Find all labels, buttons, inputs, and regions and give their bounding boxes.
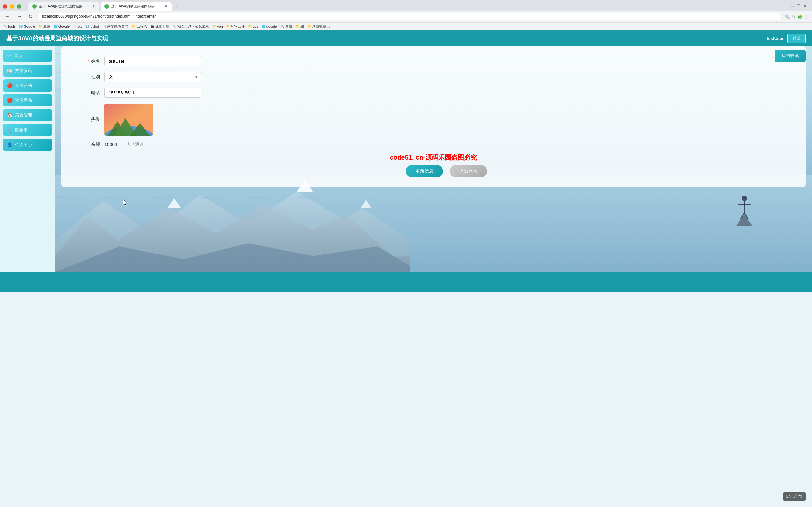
action-buttons: 更新信息 退出登录	[74, 165, 793, 177]
products-icon: 🔴	[7, 98, 13, 103]
main-container: ☆ 首页 📰 文章资讯 🔴 动漫活动 🔴 动漫商品 🏠 后台管理 🛒 购物车 👤…	[0, 47, 812, 272]
bookmark-video[interactable]: 🎬 视频下载	[150, 24, 169, 29]
sidebar-item-admin[interactable]: 🏠 后台管理	[3, 109, 52, 121]
tab-1[interactable]: 基于JAVA的动漫周边商城的设计... ✕	[28, 2, 99, 11]
svg-marker-17	[736, 215, 752, 226]
tab-close-2[interactable]: ✕	[164, 4, 168, 9]
folder-icon2: 📁	[131, 24, 135, 28]
sidebar-label-admin: 后台管理	[15, 112, 32, 118]
profile-icon: 👤	[7, 142, 13, 148]
svg-point-12	[742, 196, 747, 201]
bookmark-google3[interactable]: 🌐 google	[262, 24, 277, 29]
clipboard-icon: 📋	[102, 24, 106, 28]
bookmark-google2[interactable]: 🌐 Google	[54, 24, 70, 29]
search-icon[interactable]: 🔍	[785, 14, 790, 19]
window-maximize[interactable]: □	[798, 3, 800, 10]
win-close-btn[interactable]	[3, 4, 7, 9]
url-input[interactable]: localhost:8080/springboot64n21/front/dis…	[37, 13, 782, 20]
bookmark-other[interactable]: 📁 其他收藏夹	[307, 24, 330, 29]
bookmark-label-vps: vps	[253, 24, 258, 29]
upload-icon: ⬆️	[85, 24, 89, 28]
new-tab-btn[interactable]: +	[173, 2, 181, 11]
landscape-svg	[55, 175, 812, 272]
bookmark-label-maxcloud: Max云梯	[231, 24, 245, 29]
win-min-btn[interactable]	[10, 4, 14, 9]
tab-2[interactable]: 基于JAVA的动漫周边商城的设计... ✕	[101, 2, 172, 11]
content-area: .wm-row { display: flex; gap: 90px; marg…	[55, 47, 812, 272]
window-minimize[interactable]: ─	[791, 3, 795, 10]
hero-svg	[735, 193, 754, 226]
sidebar-item-products[interactable]: 🔴 动漫商品	[3, 94, 52, 106]
sidebar-item-profile[interactable]: 👤 个人中心	[3, 139, 52, 151]
bookmark-google1[interactable]: 🌐 Google	[19, 24, 35, 29]
video-icon: 🎬	[150, 24, 154, 28]
bookmark-label-txy: txy	[78, 24, 82, 29]
bookmark-vpn[interactable]: 📁 vpn	[212, 24, 223, 29]
sidebar-label-articles: 文章资讯	[15, 68, 32, 73]
bookmark-label-baidu: 百度	[285, 24, 292, 29]
bookmark-webmaster[interactable]: 🔧 站长工具 - 站长之家	[173, 24, 209, 29]
bookmark-label-video: 视频下载	[155, 24, 169, 29]
balance-label: 余额	[74, 142, 100, 148]
phone-row: 电话	[74, 88, 793, 98]
window-close[interactable]: ✕	[803, 3, 807, 10]
browser-chrome: 基于JAVA的动漫周边商城的设计... ✕ 基于JAVA的动漫周边商城的设计..…	[0, 0, 812, 30]
forward-btn[interactable]: →	[15, 13, 24, 20]
bookmark-label-tools: tools	[8, 24, 15, 29]
extensions-icon[interactable]: 🧩	[798, 14, 803, 19]
tab-bar: 基于JAVA的动漫周边商城的设计... ✕ 基于JAVA的动漫周边商城的设计..…	[0, 0, 812, 11]
bookmark-vps[interactable]: 📁 vps	[248, 24, 258, 29]
bookmark-tools[interactable]: 🔧 tools	[3, 24, 15, 29]
bookmark-label-shared: 共享账号密码	[107, 24, 128, 29]
antitheft-row: code51. cn-源码乐园盗图必究	[74, 153, 793, 162]
tools-icon2: 🔧	[173, 24, 176, 28]
bookmark-label-vpn: vpn	[217, 24, 223, 29]
bookmarks-bar: 🔧 tools 🌐 Google 📁 宝藏 🌐 Google ☁️ txy ⬆️…	[0, 22, 812, 30]
tools-icon: 🔧	[3, 24, 7, 28]
bookmark-label-uplod: uplod	[90, 24, 99, 29]
address-bar: ← → ↻ localhost:8080/springboot64n21/fro…	[0, 11, 812, 22]
bookmark-uplod[interactable]: ⬆️ uplod	[85, 24, 99, 29]
bookmark-star-icon[interactable]: ☆	[792, 14, 796, 19]
google-icon2: 🌐	[54, 24, 57, 28]
footer	[0, 272, 812, 291]
favorites-btn[interactable]: 我的收藏	[774, 50, 806, 62]
tab-close-1[interactable]: ✕	[92, 4, 96, 9]
bookmark-label-google1: Google	[23, 24, 35, 29]
update-info-btn[interactable]: 更新信息	[406, 165, 443, 177]
bookmark-shared-password[interactable]: 📋 共享账号密码	[102, 24, 128, 29]
tab-favicon-1	[32, 4, 37, 9]
avatar-svg	[105, 104, 153, 136]
admin-icon: 🏠	[7, 113, 13, 118]
refresh-btn[interactable]: ↻	[26, 13, 35, 20]
balance-value: 10000	[105, 142, 117, 147]
bookmark-imported[interactable]: 📁 已导入	[131, 24, 147, 29]
phone-input[interactable]	[105, 88, 201, 98]
sidebar-item-cart[interactable]: 🛒 购物车	[3, 124, 52, 136]
sidebar-item-articles[interactable]: 📰 文章资讯	[3, 64, 52, 77]
back-btn[interactable]: ←	[3, 13, 12, 20]
folder-icon4: 📁	[226, 24, 230, 28]
bookmark-baozang[interactable]: 📁 宝藏	[38, 24, 50, 29]
win-max-btn[interactable]	[17, 4, 21, 9]
bookmark-txy[interactable]: ☁️ txy	[73, 24, 82, 29]
gender-row: 性别 男 女	[74, 72, 793, 82]
gender-select[interactable]: 男 女	[105, 72, 201, 82]
tab-title-1: 基于JAVA的动漫周边商城的设计...	[39, 4, 89, 9]
bookmark-label-imported: 已导入	[136, 24, 147, 29]
header-logout-btn[interactable]: 退出	[788, 34, 806, 43]
bookmark-maxcloud[interactable]: 📁 Max云梯	[226, 24, 245, 29]
gender-label: 性别	[74, 74, 100, 80]
bookmark-label-google2: Google	[58, 24, 70, 29]
menu-icon[interactable]: ⋮	[805, 14, 809, 19]
recharge-label[interactable]: 充值通道	[127, 142, 143, 148]
folder-icon1: 📁	[38, 24, 42, 28]
sidebar-item-home[interactable]: ☆ 首页	[3, 50, 52, 62]
bookmark-aff[interactable]: 📁 aff	[295, 24, 304, 29]
sidebar-item-activities[interactable]: 🔴 动漫活动	[3, 79, 52, 92]
bookmark-baidu[interactable]: 🔍 百度	[280, 24, 292, 29]
avatar-preview[interactable]	[105, 104, 153, 136]
name-input[interactable]	[105, 56, 201, 66]
logout-action-btn[interactable]: 退出登录	[450, 165, 487, 177]
app-title: 基于JAVA的动漫周边商城的设计与实现	[6, 35, 108, 42]
